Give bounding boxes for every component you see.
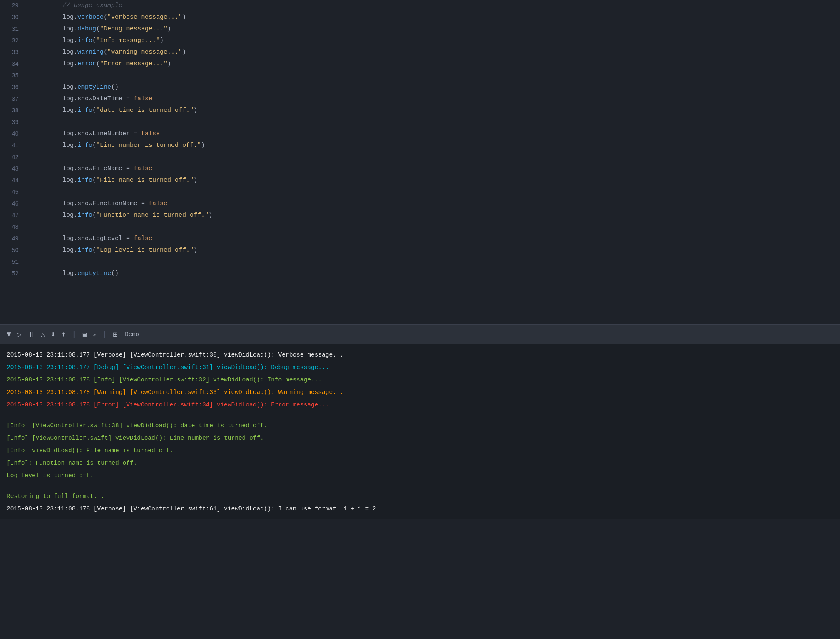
console-line-2: 2015-08-13 23:11:08.177 [Debug] [ViewCon…	[7, 361, 833, 374]
code-line-34: log.error("Error message...")	[32, 58, 834, 70]
code-line-52: log.emptyLine()	[32, 268, 834, 280]
code-line-44: log.info("File name is turned off.")	[32, 175, 834, 186]
line-num-44: 44	[0, 175, 19, 186]
line-num-48: 48	[0, 221, 19, 233]
code-line-35	[32, 70, 834, 82]
line-num-50: 50	[0, 245, 19, 256]
line-num-46: 46	[0, 198, 19, 210]
toolbar-icon-triangle[interactable]: △	[41, 330, 45, 339]
console-line-10: [Info]: Function name is turned off.	[7, 457, 833, 469]
console-line-8: [Info] [ViewController.swift] viewDidLoa…	[7, 432, 833, 444]
toolbar-icon-arrow[interactable]: ▷	[17, 330, 22, 339]
code-line-38: log.info("date time is turned off.")	[32, 105, 834, 116]
console-area[interactable]: 2015-08-13 23:11:08.177 [Verbose] [ViewC…	[0, 344, 840, 519]
console-line-12-empty	[7, 482, 833, 490]
code-line-41: log.info("Line number is turned off.")	[32, 140, 834, 151]
toolbar-icon-up[interactable]: ⬆	[61, 330, 66, 339]
line-num-49: 49	[0, 233, 19, 245]
code-line-43: log.showFileName = false	[32, 163, 834, 175]
code-line-47: log.info("Function name is turned off.")	[32, 210, 834, 221]
code-line-29: // Usage example	[32, 0, 834, 12]
code-line-40: log.showLineNumber = false	[32, 128, 834, 140]
line-num-43: 43	[0, 163, 19, 175]
toolbar-demo-label: Demo	[125, 331, 139, 338]
console-line-1: 2015-08-13 23:11:08.177 [Verbose] [ViewC…	[7, 349, 833, 361]
toolbar-icon-down[interactable]: ⬇	[51, 330, 56, 339]
line-num-30: 30	[0, 12, 19, 23]
line-num-39: 39	[0, 116, 19, 128]
code-line-42	[32, 151, 834, 163]
toolbar-icon-arrow-right[interactable]: ⇗	[92, 330, 97, 339]
code-line-45	[32, 186, 834, 198]
line-num-34: 34	[0, 58, 19, 70]
editor-area: 29 30 31 32 33 34 35 36 37 38 39 40 41 4…	[0, 0, 840, 324]
code-content[interactable]: // Usage example log.verbose("Verbose me…	[24, 0, 834, 324]
toolbar-icon-pause[interactable]: ⏸	[27, 330, 35, 339]
line-numbers: 29 30 31 32 33 34 35 36 37 38 39 40 41 4…	[0, 0, 24, 324]
console-line-6-empty	[7, 411, 833, 419]
line-num-41: 41	[0, 140, 19, 151]
toolbar-icon-play[interactable]: ▼	[7, 330, 11, 339]
line-num-47: 47	[0, 210, 19, 221]
toolbar-icon-grid[interactable]: ⊞	[113, 330, 118, 339]
toolbar-icon-square[interactable]: ▣	[82, 330, 87, 339]
toolbar-divider-1: |	[72, 330, 76, 339]
code-line-48	[32, 221, 834, 233]
line-num-38: 38	[0, 105, 19, 116]
console-line-13: Restoring to full format...	[7, 490, 833, 503]
code-line-32: log.info("Info message...")	[32, 35, 834, 47]
code-line-49: log.showLogLevel = false	[32, 233, 834, 245]
code-line-36: log.emptyLine()	[32, 82, 834, 93]
line-num-51: 51	[0, 256, 19, 268]
toolbar: ▼ ▷ ⏸ △ ⬇ ⬆ | ▣ ⇗ | ⊞ Demo	[0, 324, 840, 344]
console-line-3: 2015-08-13 23:11:08.178 [Info] [ViewCont…	[7, 374, 833, 386]
line-num-33: 33	[0, 47, 19, 58]
code-line-31: log.debug("Debug message...")	[32, 23, 834, 35]
toolbar-divider-2: |	[103, 330, 107, 339]
code-line-37: log.showDateTime = false	[32, 93, 834, 105]
code-line-30: log.verbose("Verbose message...")	[32, 12, 834, 23]
line-num-29: 29	[0, 0, 19, 12]
line-num-35: 35	[0, 70, 19, 82]
line-num-40: 40	[0, 128, 19, 140]
console-line-7: [Info] [ViewController.swift:38] viewDid…	[7, 419, 833, 432]
line-num-42: 42	[0, 151, 19, 163]
scrollbar[interactable]	[834, 0, 840, 324]
console-line-4: 2015-08-13 23:11:08.178 [Warning] [ViewC…	[7, 386, 833, 399]
line-num-36: 36	[0, 82, 19, 93]
console-line-14: 2015-08-13 23:11:08.178 [Verbose] [ViewC…	[7, 503, 833, 515]
line-num-45: 45	[0, 186, 19, 198]
code-line-33: log.warning("Warning message...")	[32, 47, 834, 58]
code-line-50: log.info("Log level is turned off.")	[32, 245, 834, 256]
line-num-37: 37	[0, 93, 19, 105]
code-line-46: log.showFunctionName = false	[32, 198, 834, 210]
code-line-51	[32, 256, 834, 268]
code-line-39	[32, 116, 834, 128]
line-num-52: 52	[0, 268, 19, 280]
line-num-31: 31	[0, 23, 19, 35]
line-num-32: 32	[0, 35, 19, 47]
console-line-9: [Info] viewDidLoad(): File name is turne…	[7, 444, 833, 457]
console-line-11: Log level is turned off.	[7, 469, 833, 482]
console-line-5: 2015-08-13 23:11:08.178 [Error] [ViewCon…	[7, 399, 833, 411]
